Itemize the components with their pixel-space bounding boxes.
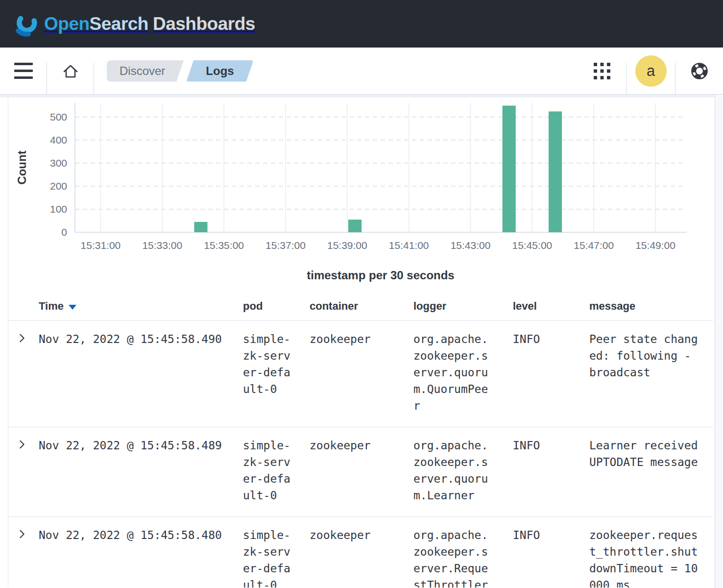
menu-button[interactable] xyxy=(14,63,33,79)
global-header: OpenSearchDashboards xyxy=(0,0,723,48)
cell-level: INFO xyxy=(509,427,585,517)
sort-descending-icon xyxy=(69,305,76,310)
expander-column-header xyxy=(8,291,35,321)
histogram-chart[interactable]: 010020030040050015:31:0015:33:0015:35:00… xyxy=(8,98,713,282)
divider xyxy=(94,63,94,94)
logo-text: OpenSearchDashboards xyxy=(44,14,255,34)
x-axis-title: timestamp per 30 seconds xyxy=(75,269,686,282)
column-header-logger: logger xyxy=(410,291,509,321)
cell-message: Learner received UPTODATE message xyxy=(585,427,713,517)
cell-time: Nov 22, 2022 @ 15:45:58.490 xyxy=(35,321,239,427)
expand-row-button[interactable] xyxy=(17,333,27,345)
breadcrumb: Discover Logs xyxy=(107,60,254,82)
cell-time: Nov 22, 2022 @ 15:45:58.480 xyxy=(35,517,239,588)
svg-text:15:43:00: 15:43:00 xyxy=(451,240,491,251)
home-icon xyxy=(61,61,80,81)
cell-pod: simple-zk-server-default-0 xyxy=(239,321,306,427)
svg-text:15:37:00: 15:37:00 xyxy=(265,240,306,251)
cell-message: Peer state changed: following - broadcas… xyxy=(585,321,713,427)
breadcrumb-logs[interactable]: Logs xyxy=(186,60,253,82)
column-header-message: message xyxy=(585,291,713,321)
svg-text:15:49:00: 15:49:00 xyxy=(635,240,675,251)
histogram-svg[interactable]: 010020030040050015:31:0015:33:0015:35:00… xyxy=(8,98,713,261)
svg-text:15:47:00: 15:47:00 xyxy=(574,240,614,251)
svg-text:15:39:00: 15:39:00 xyxy=(327,240,367,251)
column-header-pod: pod xyxy=(239,291,306,321)
scrollbar-gutter[interactable] xyxy=(715,95,723,588)
cell-logger: org.apache.zookeeper.server.quorum.Learn… xyxy=(410,427,509,517)
cell-logger: org.apache.zookeeper.server.RequestThrot… xyxy=(410,517,509,588)
histogram-bar[interactable] xyxy=(549,111,562,232)
table-row: Nov 22, 2022 @ 15:45:58.490simple-zk-ser… xyxy=(8,321,713,427)
svg-text:400: 400 xyxy=(50,134,67,146)
apps-menu-button[interactable] xyxy=(593,62,611,80)
log-table-body: Nov 22, 2022 @ 15:45:58.490simple-zk-ser… xyxy=(8,321,713,588)
hamburger-icon xyxy=(14,63,33,79)
svg-text:15:41:00: 15:41:00 xyxy=(389,240,429,251)
svg-text:15:33:00: 15:33:00 xyxy=(142,240,182,251)
opensearch-logo-icon xyxy=(14,11,39,37)
expand-row-button[interactable] xyxy=(17,529,27,541)
expand-row-button[interactable] xyxy=(17,439,27,451)
cell-time: Nov 22, 2022 @ 15:45:58.489 xyxy=(35,427,239,517)
cell-level: INFO xyxy=(509,517,585,588)
cell-logger: org.apache.zookeeper.server.quorum.Quoru… xyxy=(410,321,509,427)
discover-main: 010020030040050015:31:0015:33:0015:35:00… xyxy=(8,98,713,588)
svg-text:500: 500 xyxy=(50,111,67,122)
svg-text:15:31:00: 15:31:00 xyxy=(81,240,121,251)
cell-container: zookeeper xyxy=(306,427,410,517)
svg-text:0: 0 xyxy=(61,226,67,238)
apps-grid-icon xyxy=(593,62,611,80)
cell-message: zookeeper.request_throttler.shutdownTime… xyxy=(585,517,713,588)
opensearch-logo[interactable]: OpenSearchDashboards xyxy=(14,11,255,37)
logo-search: Search xyxy=(90,14,148,34)
svg-text:200: 200 xyxy=(50,180,67,192)
nav-bar: Discover Logs a xyxy=(0,48,723,95)
table-header-row: Time pod container logger level message xyxy=(8,291,713,321)
y-axis-label: Count xyxy=(15,150,28,184)
histogram-bar[interactable] xyxy=(503,106,516,232)
logo-dashboards: Dashboards xyxy=(153,14,255,34)
home-button[interactable] xyxy=(61,61,80,81)
chevron-right-icon xyxy=(17,333,27,343)
cell-pod: simple-zk-server-default-0 xyxy=(239,517,306,588)
svg-text:300: 300 xyxy=(50,157,67,169)
svg-text:100: 100 xyxy=(50,203,67,215)
help-lifebuoy-icon xyxy=(688,60,711,82)
chevron-right-icon xyxy=(17,439,27,450)
documents-table: Time pod container logger level message … xyxy=(8,291,713,588)
column-header-time[interactable]: Time xyxy=(35,291,239,321)
breadcrumb-discover[interactable]: Discover xyxy=(107,60,184,82)
svg-text:15:35:00: 15:35:00 xyxy=(204,240,244,251)
help-button[interactable] xyxy=(688,60,711,82)
histogram-bar[interactable] xyxy=(194,222,207,232)
chevron-right-icon xyxy=(17,529,27,539)
svg-text:15:45:00: 15:45:00 xyxy=(512,240,553,251)
table-row: Nov 22, 2022 @ 15:45:58.480simple-zk-ser… xyxy=(8,517,713,588)
cell-pod: simple-zk-server-default-0 xyxy=(239,427,306,517)
cell-container: zookeeper xyxy=(306,517,410,588)
column-header-level: level xyxy=(509,291,585,321)
column-header-container: container xyxy=(306,291,410,321)
avatar[interactable]: a xyxy=(635,55,667,87)
cell-level: INFO xyxy=(509,321,585,427)
cell-container: zookeeper xyxy=(306,321,410,427)
table-row: Nov 22, 2022 @ 15:45:58.489simple-zk-ser… xyxy=(8,427,713,517)
logo-open: Open xyxy=(44,14,90,34)
histogram-bar[interactable] xyxy=(348,220,362,232)
